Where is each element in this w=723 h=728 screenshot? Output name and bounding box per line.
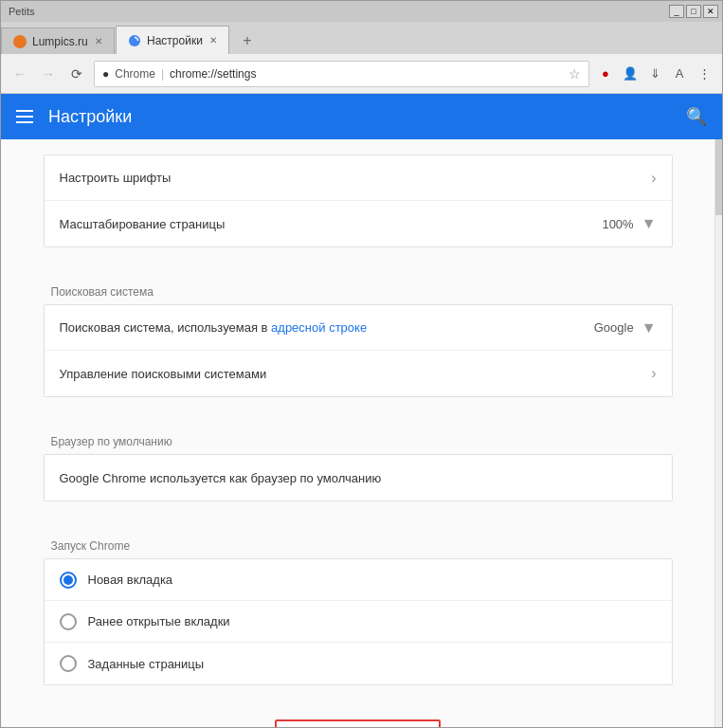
card-default-browser: Google Chrome используется как браузер п… (44, 454, 673, 501)
page-zoom-dropdown-arrow: ▼ (642, 215, 657, 232)
search-engine-value: Google (594, 320, 634, 335)
user-icon[interactable]: 👤 (620, 64, 641, 84)
translate-icon[interactable]: A (669, 64, 690, 84)
address-path: chrome://settings (170, 67, 256, 81)
manage-search-arrow: › (651, 365, 656, 382)
advanced-button[interactable]: Дополнительные ▼ (275, 719, 441, 727)
close-button[interactable]: ✕ (703, 5, 718, 18)
row-page-zoom[interactable]: Масштабирование страницы 100% ▼ (45, 201, 672, 246)
radio-custom-pages-label: Заданные страницы (88, 657, 205, 671)
scrollbar-track[interactable] (714, 139, 722, 727)
maximize-button[interactable]: □ (686, 5, 701, 18)
radio-new-tab[interactable]: Новая вкладка (45, 559, 672, 601)
download-icon[interactable]: ⇓ (644, 64, 665, 84)
address-bar: ← → ⟳ ● Chrome | chrome://settings ☆ ● 👤… (1, 54, 722, 94)
section-startup: Запуск Chrome Новая вкладка Ранее открыт… (36, 517, 680, 701)
reload-button[interactable]: ⟳ (65, 63, 88, 85)
row-default-browser-info: Google Chrome используется как браузер п… (45, 455, 672, 500)
radio-new-tab-label: Новая вкладка (88, 573, 173, 587)
minimize-button[interactable]: _ (669, 5, 684, 18)
tab-favicon-lumpics (13, 35, 27, 48)
settings-search-icon[interactable]: 🔍 (686, 106, 707, 127)
row-configure-fonts[interactable]: Настроить шрифты › (45, 155, 672, 201)
section-fonts-zoom: Настроить шрифты › Масштабирование стран… (36, 139, 680, 263)
tab-close-settings[interactable]: ✕ (209, 35, 217, 46)
radio-custom-pages-indicator (60, 655, 77, 672)
hamburger-line-3 (16, 121, 33, 123)
tabs-bar: Lumpics.ru ✕ Настройки ✕ + (1, 22, 722, 54)
settings-header: Настройки 🔍 (1, 94, 722, 139)
opera-icon[interactable]: ● (595, 64, 616, 84)
tab-settings[interactable]: Настройки ✕ (116, 26, 229, 54)
radio-new-tab-indicator (60, 572, 77, 589)
configure-fonts-arrow: › (651, 170, 656, 187)
radio-prev-tabs[interactable]: Ранее открытые вкладки (45, 601, 672, 643)
row-manage-search[interactable]: Управление поисковыми системами › (45, 351, 672, 396)
section-default-browser: Браузер по умолчанию Google Chrome испол… (36, 412, 680, 517)
hamburger-menu[interactable] (16, 110, 33, 123)
title-bar: Petits _ □ ✕ (1, 1, 722, 22)
settings-main: Настроить шрифты › Масштабирование стран… (1, 139, 714, 727)
row-search-in-address[interactable]: Поисковая система, используемая в адресн… (45, 305, 672, 351)
address-bar-link[interactable]: адресной строке (271, 320, 367, 335)
tab-label-settings: Настройки (147, 34, 203, 47)
toolbar-icons: ● 👤 ⇓ A ⋮ (595, 64, 714, 84)
address-separator: | (161, 67, 164, 81)
menu-icon[interactable]: ⋮ (694, 64, 714, 84)
address-lock-icon: ● (102, 67, 109, 81)
hamburger-line-2 (16, 116, 33, 118)
back-button[interactable]: ← (9, 63, 31, 85)
tab-lumpics[interactable]: Lumpics.ru ✕ (1, 27, 115, 54)
card-search-engine: Поисковая система, используемая в адресн… (44, 304, 673, 397)
manage-search-label: Управление поисковыми системами (60, 367, 652, 381)
default-browser-label: Google Chrome используется как браузер п… (60, 471, 382, 485)
card-fonts-zoom: Настроить шрифты › Масштабирование стран… (44, 155, 673, 247)
page-zoom-label: Масштабирование страницы (60, 217, 603, 231)
hamburger-line-1 (16, 110, 33, 112)
radio-prev-tabs-label: Ранее открытые вкладки (88, 614, 230, 628)
radio-custom-pages[interactable]: Заданные страницы (45, 643, 672, 684)
tab-favicon-settings (128, 34, 141, 47)
address-scheme: Chrome (115, 67, 155, 81)
startup-section-title: Запуск Chrome (36, 532, 680, 558)
configure-fonts-label: Настроить шрифты (60, 171, 652, 185)
settings-body: Настройки 🔍 Настроить шрифты › Масштабир… (1, 94, 722, 727)
settings-content-area: Настроить шрифты › Масштабирование стран… (1, 139, 722, 727)
scrollbar-thumb[interactable] (715, 139, 722, 215)
browser-window: Petits _ □ ✕ Lumpics.ru ✕ Настройки ✕ + … (0, 0, 723, 728)
tab-close-lumpics[interactable]: ✕ (95, 36, 102, 46)
forward-button[interactable]: → (37, 63, 60, 85)
search-address-label: Поисковая система, используемая в адресн… (60, 320, 594, 335)
section-search-engine: Поисковая система Поисковая система, исп… (36, 263, 680, 412)
new-tab-button[interactable]: + (234, 27, 261, 54)
title-bar-text: Petits (1, 6, 35, 17)
page-zoom-value: 100% (602, 217, 633, 231)
default-browser-section-title: Браузер по умолчанию (36, 428, 680, 454)
address-input[interactable]: ● Chrome | chrome://settings ☆ (94, 61, 589, 87)
search-engine-section-title: Поисковая система (36, 278, 680, 304)
search-engine-dropdown-arrow: ▼ (642, 319, 657, 337)
bookmark-icon[interactable]: ☆ (569, 66, 581, 82)
search-address-prefix: Поисковая система, используемая в (60, 320, 272, 335)
tab-label-lumpics: Lumpics.ru (32, 35, 88, 48)
radio-prev-tabs-indicator (60, 613, 77, 630)
card-startup: Новая вкладка Ранее открытые вкладки Зад… (44, 558, 673, 685)
settings-page-title: Настройки (48, 107, 132, 127)
advanced-area: Дополнительные ▼ (1, 701, 714, 727)
